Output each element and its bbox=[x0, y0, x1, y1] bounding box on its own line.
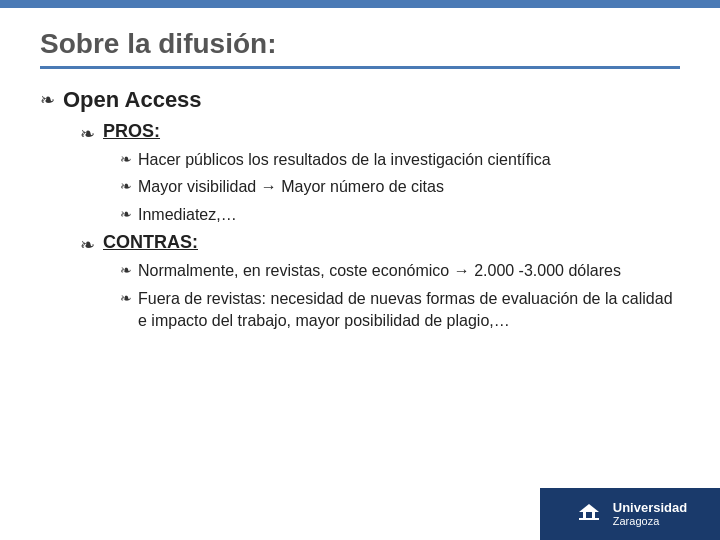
top-bar bbox=[0, 0, 720, 8]
pros-heading: ❧ PROS: bbox=[80, 121, 680, 145]
contras-items: ❧ Normalmente, en revistas, coste económ… bbox=[120, 260, 680, 332]
pros-item-1-bullet: ❧ bbox=[120, 151, 132, 167]
svg-rect-1 bbox=[579, 518, 599, 520]
footer: Universidad Zaragoza bbox=[540, 488, 720, 540]
pros-section: ❧ PROS: ❧ Hacer públicos los resultados … bbox=[80, 121, 680, 226]
pros-item-2-text: Mayor visibilidad → Mayor número de cita… bbox=[138, 176, 444, 198]
contras-item-2-bullet: ❧ bbox=[120, 290, 132, 306]
pros-item-2-bullet: ❧ bbox=[120, 178, 132, 194]
footer-text-block: Universidad Zaragoza bbox=[613, 500, 687, 529]
university-logo-icon bbox=[573, 498, 605, 530]
pros-item-1: ❧ Hacer públicos los resultados de la in… bbox=[120, 149, 680, 171]
footer-university-name: Universidad bbox=[613, 500, 687, 516]
pros-item-2: ❧ Mayor visibilidad → Mayor número de ci… bbox=[120, 176, 680, 198]
pros-item-3-text: Inmediatez,… bbox=[138, 204, 237, 226]
contras-item-2-text: Fuera de revistas: necesidad de nuevas f… bbox=[138, 288, 680, 333]
contras-section: ❧ CONTRAS: ❧ Normalmente, en revistas, c… bbox=[80, 232, 680, 332]
pros-items: ❧ Hacer públicos los resultados de la in… bbox=[120, 149, 680, 226]
footer-city-name: Zaragoza bbox=[613, 515, 687, 528]
contras-heading-text: CONTRAS: bbox=[103, 232, 198, 253]
pros-item-3-bullet: ❧ bbox=[120, 206, 132, 222]
contras-item-1: ❧ Normalmente, en revistas, coste económ… bbox=[120, 260, 680, 282]
pros-bullet-symbol: ❧ bbox=[80, 123, 95, 145]
contras-item-1-bullet: ❧ bbox=[120, 262, 132, 278]
contras-bullet-symbol: ❧ bbox=[80, 234, 95, 256]
main-bullet-open-access: ❧ Open Access bbox=[40, 87, 680, 113]
main-bullet-symbol: ❧ bbox=[40, 89, 55, 111]
slide-title: Sobre la difusión: bbox=[40, 28, 680, 69]
contras-heading: ❧ CONTRAS: bbox=[80, 232, 680, 256]
pros-item-1-text: Hacer públicos los resultados de la inve… bbox=[138, 149, 551, 171]
pros-heading-text: PROS: bbox=[103, 121, 160, 142]
svg-rect-5 bbox=[586, 512, 592, 518]
contras-item-1-text: Normalmente, en revistas, coste económic… bbox=[138, 260, 621, 282]
contras-item-2: ❧ Fuera de revistas: necesidad de nuevas… bbox=[120, 288, 680, 333]
content-area: Sobre la difusión: ❧ Open Access ❧ PROS:… bbox=[0, 8, 720, 358]
open-access-label: Open Access bbox=[63, 87, 202, 113]
pros-item-3: ❧ Inmediatez,… bbox=[120, 204, 680, 226]
